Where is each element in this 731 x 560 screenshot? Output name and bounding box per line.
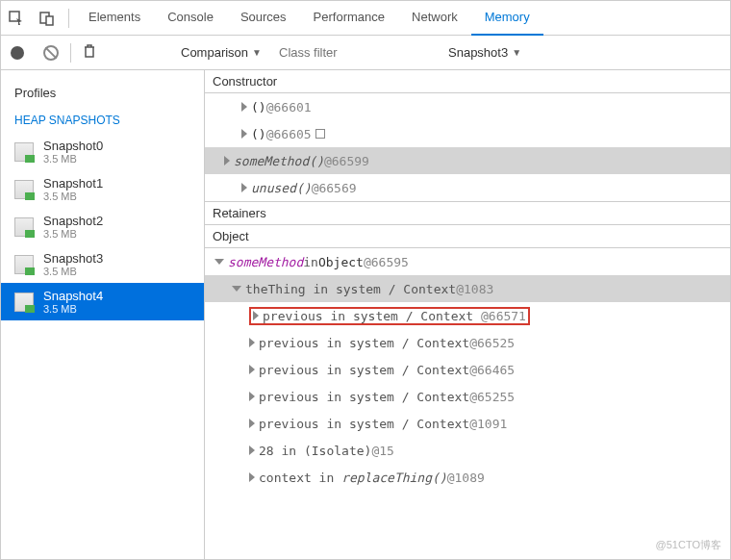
record-icon[interactable] — [11, 46, 24, 60]
tree-row[interactable]: previous in system / Context @66465 — [205, 356, 730, 383]
snapshot-size: 3.5 MB — [43, 153, 103, 165]
snapshot-name: Snapshot4 — [43, 289, 103, 303]
tab-console[interactable]: Console — [154, 1, 227, 36]
tree-row[interactable]: previous in system / Context @1091 — [205, 410, 730, 437]
expand-arrow-icon[interactable] — [241, 183, 247, 192]
device-toggle-icon[interactable] — [32, 1, 63, 36]
class-filter-input[interactable] — [273, 41, 437, 64]
expand-arrow-icon[interactable] — [241, 129, 247, 139]
snapshot-item[interactable]: Snapshot13.5 MB — [1, 170, 204, 208]
snapshot-icon — [14, 142, 34, 162]
expand-arrow-icon[interactable] — [249, 472, 255, 482]
expand-arrow-icon[interactable] — [249, 392, 255, 401]
snapshot-item[interactable]: Snapshot23.5 MB — [1, 208, 204, 245]
snapshot-name: Snapshot0 — [43, 139, 103, 153]
tree-row[interactable]: 28 in (Isolate) @15 — [205, 437, 730, 464]
sidebar-section: HEAP SNAPSHOTS — [1, 106, 204, 133]
chevron-down-icon: ▼ — [252, 47, 262, 58]
retainers-tree[interactable]: someMethod in Object @66595theThing in s… — [205, 248, 730, 491]
expand-arrow-icon[interactable] — [224, 156, 230, 165]
retainers-header: Retainers — [205, 201, 730, 225]
expand-arrow-icon[interactable] — [249, 445, 255, 455]
expand-arrow-icon[interactable] — [214, 259, 224, 265]
tree-row[interactable]: someMethod in Object @66595 — [205, 248, 730, 275]
tab-elements[interactable]: Elements — [75, 1, 154, 36]
separator — [68, 9, 69, 28]
separator — [70, 43, 71, 63]
tree-row[interactable]: () @66601 — [205, 93, 730, 120]
content-pane: Constructor () @66601() @66605someMethod… — [205, 70, 730, 560]
view-dropdown[interactable]: Comparison▼ — [175, 45, 267, 60]
expand-arrow-icon[interactable] — [232, 286, 241, 292]
watermark: @51CTO博客 — [656, 538, 721, 552]
devtools-tabs: ElementsConsoleSourcesPerformanceNetwork… — [75, 1, 730, 36]
expand-arrow-icon[interactable] — [249, 338, 255, 347]
object-header: Object — [205, 225, 730, 248]
snapshot-size: 3.5 MB — [43, 191, 103, 202]
tree-row[interactable]: someMethod() @66599 — [205, 147, 730, 174]
snapshot-item[interactable]: Snapshot43.5 MB — [1, 283, 204, 320]
tree-row[interactable]: previous in system / Context @66571 — [205, 302, 730, 329]
expand-arrow-icon[interactable] — [249, 365, 255, 374]
snapshot-size: 3.5 MB — [43, 228, 103, 240]
tab-network[interactable]: Network — [398, 1, 471, 36]
snapshot-item[interactable]: Snapshot33.5 MB — [1, 245, 204, 283]
snapshot-icon — [14, 255, 34, 274]
snapshot-name: Snapshot2 — [43, 214, 103, 228]
expand-arrow-icon[interactable] — [241, 102, 247, 112]
box-icon — [315, 129, 325, 139]
tab-performance[interactable]: Performance — [300, 1, 398, 36]
tree-row[interactable]: () @66605 — [205, 120, 730, 147]
snapshot-icon — [14, 180, 34, 199]
tree-row[interactable]: context in replaceThing() @1089 — [205, 464, 730, 491]
memory-toolbar: Comparison▼ Snapshot3▼ — [1, 36, 730, 70]
snapshot-icon — [14, 217, 34, 237]
tree-row[interactable]: previous in system / Context @66525 — [205, 329, 730, 356]
tab-sources[interactable]: Sources — [227, 1, 300, 36]
constructor-header: Constructor — [205, 70, 730, 93]
devtools-topbar: ElementsConsoleSourcesPerformanceNetwork… — [1, 1, 730, 36]
tab-memory[interactable]: Memory — [471, 1, 543, 36]
sidebar-title: Profiles — [1, 80, 204, 106]
main-area: Profiles HEAP SNAPSHOTS Snapshot03.5 MBS… — [1, 70, 730, 560]
snapshot-dropdown[interactable]: Snapshot3▼ — [442, 45, 527, 60]
snapshot-name: Snapshot1 — [43, 176, 103, 191]
snapshot-size: 3.5 MB — [43, 303, 103, 315]
tree-row[interactable]: unused() @66569 — [205, 174, 730, 201]
expand-arrow-icon[interactable] — [253, 311, 259, 320]
tree-row[interactable]: previous in system / Context @65255 — [205, 383, 730, 410]
expand-arrow-icon[interactable] — [249, 419, 255, 428]
profiles-sidebar: Profiles HEAP SNAPSHOTS Snapshot03.5 MBS… — [1, 70, 205, 560]
chevron-down-icon: ▼ — [512, 47, 521, 58]
snapshot-item[interactable]: Snapshot03.5 MB — [1, 133, 204, 170]
trash-icon[interactable] — [83, 43, 96, 62]
snapshot-size: 3.5 MB — [43, 266, 103, 277]
clear-icon[interactable] — [43, 45, 59, 61]
tree-row[interactable]: theThing in system / Context @1083 — [205, 275, 730, 302]
snapshot-name: Snapshot3 — [43, 251, 103, 266]
inspect-icon[interactable] — [1, 1, 32, 36]
snapshot-icon — [14, 293, 34, 312]
svg-rect-2 — [46, 16, 53, 25]
constructor-tree[interactable]: () @66601() @66605someMethod() @66599unu… — [205, 93, 730, 201]
